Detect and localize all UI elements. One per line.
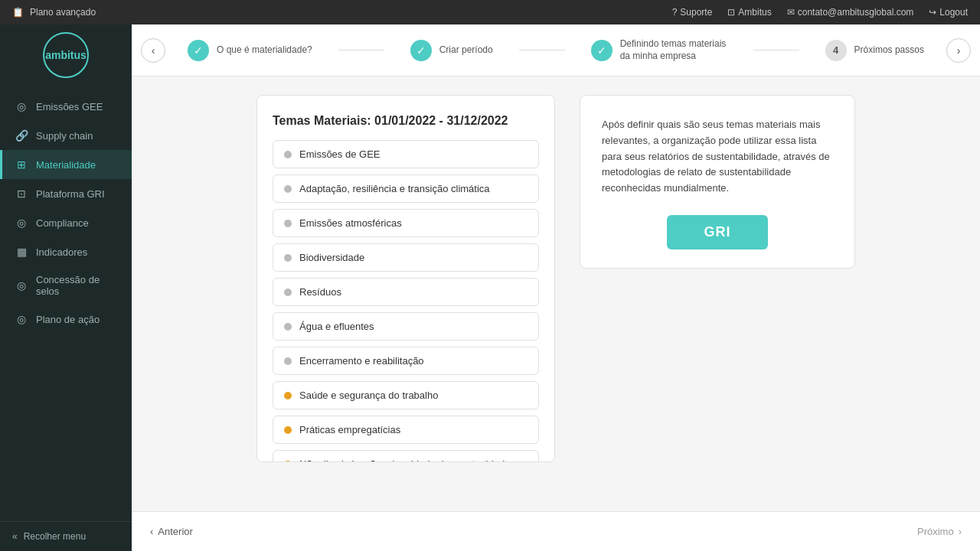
sidebar-nav: ◎ Emissões GEE 🔗 Supply chain ⊞ Material… — [0, 86, 132, 521]
wizard-step-3: ✓ Definindo temas materiais da minha emp… — [591, 38, 727, 62]
sidebar-item-materialidade[interactable]: ⊞ Materialidade — [0, 150, 132, 179]
list-item[interactable]: Emissões atmosféricas — [273, 209, 539, 237]
wizard-step-4: 4 Próximos passos — [825, 40, 924, 61]
tema-label: Saúde e segurança do trabalho — [299, 390, 438, 401]
sidebar-item-plataforma-gri[interactable]: ⊡ Plataforma GRI — [0, 179, 132, 208]
list-item[interactable]: Resíduos — [273, 278, 539, 306]
wizard-step-3-icon: ✓ — [591, 40, 612, 61]
collapse-icon: « — [12, 531, 18, 542]
list-item[interactable]: Práticas empregatícias — [273, 416, 539, 444]
tema-dot — [284, 254, 292, 262]
tema-dot — [284, 426, 292, 434]
wizard-divider-2 — [519, 50, 565, 51]
wizard-step-2-label: Criar período — [439, 44, 493, 57]
temas-card-title: Temas Materiais: 01/01/2022 - 31/12/2022 — [273, 114, 539, 128]
info-panel-text: Após definir quais são seus temas materi… — [602, 117, 833, 197]
anterior-button[interactable]: ‹ Anterior — [150, 526, 193, 537]
collapse-label: Recolher menu — [24, 531, 86, 542]
tema-label: Adaptação, resiliência e transição climá… — [299, 183, 490, 194]
tema-label: Não discriminação e igualdade de oportun… — [299, 458, 515, 462]
list-item[interactable]: Não discriminação e igualdade de oportun… — [273, 450, 539, 462]
content-area: ‹ ✓ O que é materialidade? ✓ Criar perío… — [132, 24, 980, 551]
tema-label: Água e efluentes — [299, 321, 374, 332]
wizard-prev-button[interactable]: ‹ — [141, 38, 165, 63]
wizard-next-button[interactable]: › — [946, 38, 971, 63]
sidebar-collapse-button[interactable]: « Recolher menu — [0, 521, 132, 551]
sidebar-item-supply-chain[interactable]: 🔗 Supply chain — [0, 121, 132, 150]
sidebar-item-plano-acao[interactable]: ◎ Plano de ação — [0, 305, 132, 334]
wizard-step-2-icon: ✓ — [410, 40, 432, 61]
main-layout: ambitus ◎ Emissões GEE 🔗 Supply chain ⊞ … — [0, 24, 980, 551]
sidebar-item-emissoes-gee[interactable]: ◎ Emissões GEE — [0, 92, 132, 121]
list-item[interactable]: Água e efluentes — [273, 312, 539, 341]
anterior-icon: ‹ — [150, 526, 153, 537]
sidebar-label-emissoes-gee: Emissões GEE — [36, 101, 103, 112]
tema-dot — [284, 323, 292, 331]
logout-link[interactable]: ↪ Logout — [929, 7, 968, 18]
topbar-left: 📋 Plano avançado — [12, 7, 96, 18]
sidebar-label-plano-acao: Plano de ação — [36, 314, 100, 325]
list-item[interactable]: Encerramento e reabilitação — [273, 347, 539, 375]
sidebar-label-plataforma-gri: Plataforma GRI — [36, 188, 105, 200]
proximo-icon: › — [959, 526, 962, 537]
tema-dot — [284, 357, 292, 365]
sidebar-item-compliance[interactable]: ◎ Compliance — [0, 208, 132, 237]
wizard-step-4-label: Próximos passos — [854, 44, 924, 57]
list-item[interactable]: Biodiversidade — [273, 243, 539, 272]
supply-chain-icon: 🔗 — [15, 129, 28, 142]
ambitus-icon: ⊡ — [727, 7, 735, 18]
page-content: Temas Materiais: 01/01/2022 - 31/12/2022… — [132, 77, 980, 511]
plataforma-gri-icon: ⊡ — [15, 187, 28, 201]
topbar: 📋 Plano avançado ? Suporte ⊡ Ambitus ✉ c… — [0, 0, 980, 24]
temas-card: Temas Materiais: 01/01/2022 - 31/12/2022… — [256, 95, 555, 462]
plano-acao-icon: ◎ — [15, 312, 28, 326]
materialidade-icon: ⊞ — [15, 158, 28, 171]
indicadores-icon: ▦ — [15, 245, 28, 259]
gri-button[interactable]: GRI — [667, 215, 767, 249]
plan-label: Plano avançado — [30, 7, 96, 18]
list-item[interactable]: Emissões de GEE — [273, 140, 539, 168]
wizard-step-1: ✓ O que é materialidade? — [188, 40, 312, 61]
sidebar-label-materialidade: Materialidade — [36, 159, 96, 171]
tema-dot — [284, 151, 292, 158]
wizard-divider-3 — [753, 50, 799, 51]
sidebar-label-indicadores: Indicadores — [36, 246, 87, 258]
tema-label: Resíduos — [299, 286, 341, 298]
info-panel: Após definir quais são seus temas materi… — [580, 95, 855, 269]
sidebar-item-indicadores[interactable]: ▦ Indicadores — [0, 237, 132, 266]
email-link[interactable]: ✉ contato@ambitusglobal.com — [787, 7, 914, 18]
wizard-divider-1 — [338, 50, 384, 51]
tema-label: Práticas empregatícias — [299, 424, 400, 435]
proximo-label: Próximo — [917, 526, 954, 537]
logo-text: ambitus — [45, 49, 87, 61]
compliance-icon: ◎ — [15, 216, 28, 230]
wizard-bar: ‹ ✓ O que é materialidade? ✓ Criar perío… — [132, 24, 980, 77]
wizard-step-4-icon: 4 — [825, 40, 847, 61]
list-item[interactable]: Saúde e segurança do trabalho — [273, 381, 539, 409]
sidebar-label-supply-chain: Supply chain — [36, 130, 93, 142]
sidebar-label-concessao-selos: Concessão de selos — [36, 274, 119, 297]
proximo-button[interactable]: Próximo › — [917, 526, 962, 537]
tema-dot — [284, 289, 292, 296]
support-link[interactable]: ? Suporte — [672, 7, 713, 18]
sidebar: ambitus ◎ Emissões GEE 🔗 Supply chain ⊞ … — [0, 24, 132, 551]
tema-dot — [284, 392, 292, 399]
concessao-selos-icon: ◎ — [15, 279, 28, 292]
tema-dot — [284, 185, 292, 193]
support-icon: ? — [672, 7, 678, 18]
sidebar-logo: ambitus — [0, 24, 132, 86]
tema-dot — [284, 461, 292, 463]
tema-label: Biodiversidade — [299, 252, 364, 263]
logout-icon: ↪ — [929, 7, 936, 18]
wizard-step-1-icon: ✓ — [188, 40, 209, 61]
tema-label: Encerramento e reabilitação — [299, 355, 424, 367]
tema-label: Emissões atmosféricas — [299, 217, 402, 229]
tema-label: Emissões de GEE — [299, 148, 381, 160]
list-item[interactable]: Adaptação, resiliência e transição climá… — [273, 174, 539, 203]
sidebar-label-compliance: Compliance — [36, 217, 89, 229]
sidebar-item-concessao-selos[interactable]: ◎ Concessão de selos — [0, 266, 132, 305]
ambitus-link[interactable]: ⊡ Ambitus — [727, 7, 771, 18]
wizard-step-2: ✓ Criar período — [410, 40, 493, 61]
wizard-steps: ✓ O que é materialidade? ✓ Criar período… — [165, 38, 946, 62]
topbar-right: ? Suporte ⊡ Ambitus ✉ contato@ambitusglo… — [672, 7, 968, 18]
